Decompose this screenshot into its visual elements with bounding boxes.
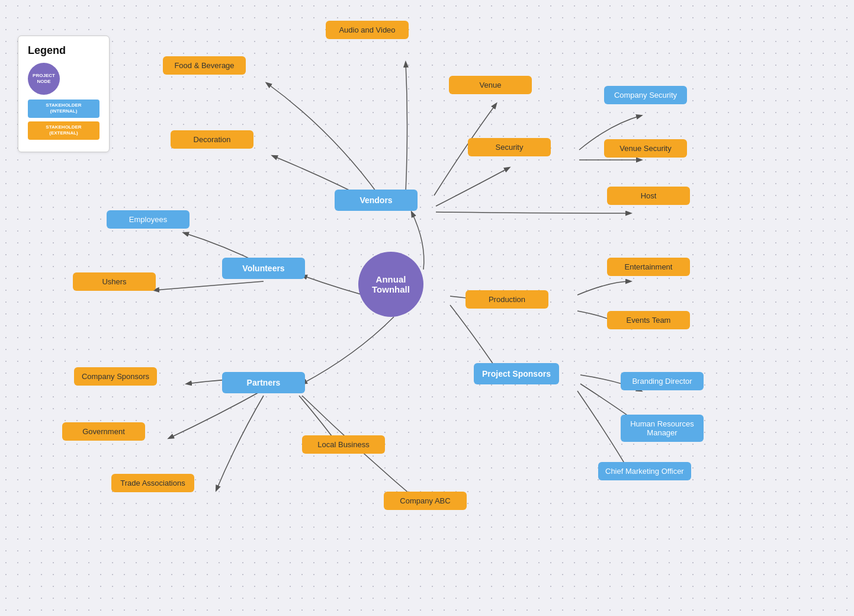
node-production[interactable]: Production [465, 290, 548, 309]
node-volunteers[interactable]: Volunteers [222, 258, 305, 279]
legend: Legend PROJECT NODE STAKEHOLDER (INTERNA… [18, 36, 110, 152]
node-local_business[interactable]: Local Business [302, 435, 385, 454]
node-label-events_team: Events Team [627, 316, 671, 325]
connections-svg [0, 0, 854, 616]
node-label-hr_manager: Human Resources Manager [630, 419, 694, 437]
node-entertainment[interactable]: Entertainment [607, 258, 690, 276]
node-label-audio_video: Audio and Video [339, 25, 395, 34]
node-label-host: Host [641, 191, 657, 200]
legend-title: Legend [28, 44, 99, 57]
node-venue[interactable]: Venue [449, 76, 532, 94]
node-label-center: Annual Townhall [372, 274, 410, 294]
node-trade_associations[interactable]: Trade Associations [111, 474, 194, 492]
legend-center-node: PROJECT NODE [28, 63, 60, 95]
node-branding_director[interactable]: Branding Director [621, 372, 704, 390]
node-label-trade_associations: Trade Associations [120, 479, 185, 487]
node-security[interactable]: Security [468, 138, 551, 156]
node-center[interactable]: Annual Townhall [358, 252, 423, 317]
node-project_sponsors[interactable]: Project Sponsors [474, 363, 559, 384]
node-host[interactable]: Host [607, 187, 690, 205]
node-cmo[interactable]: Chief Marketing Officer [598, 462, 691, 480]
node-employees[interactable]: Employees [107, 210, 190, 229]
node-label-volunteers: Volunteers [242, 264, 284, 273]
legend-external-box: STAKEHOLDER (EXTERNAL) [28, 121, 99, 140]
node-audio_video[interactable]: Audio and Video [326, 21, 409, 39]
node-partners[interactable]: Partners [222, 372, 305, 393]
node-label-entertainment: Entertainment [625, 262, 673, 271]
node-label-branding_director: Branding Director [632, 377, 692, 386]
node-label-company_abc: Company ABC [400, 496, 450, 505]
node-label-government: Government [82, 427, 125, 436]
node-label-security: Security [496, 143, 524, 152]
legend-internal-box: STAKEHOLDER (INTERNAL) [28, 100, 99, 118]
node-label-decoration: Decoration [194, 135, 231, 144]
node-label-local_business: Local Business [317, 440, 369, 449]
node-decoration[interactable]: Decoration [171, 130, 253, 149]
node-label-company_sponsors: Company Sponsors [82, 372, 149, 381]
node-label-food_beverage: Food & Beverage [174, 61, 234, 70]
node-government[interactable]: Government [62, 422, 145, 441]
node-hr_manager[interactable]: Human Resources Manager [621, 415, 704, 442]
node-label-partners: Partners [247, 378, 281, 387]
node-vendors[interactable]: Vendors [335, 190, 418, 211]
legend-center-label: PROJECT NODE [28, 73, 60, 84]
node-label-project_sponsors: Project Sponsors [482, 369, 551, 378]
node-company_sponsors[interactable]: Company Sponsors [74, 367, 157, 386]
node-label-vendors: Vendors [359, 195, 392, 205]
node-label-company_security: Company Security [614, 91, 677, 100]
node-company_security[interactable]: Company Security [604, 86, 687, 104]
node-company_abc[interactable]: Company ABC [384, 492, 467, 510]
node-ushers[interactable]: Ushers [73, 272, 156, 291]
node-label-cmo: Chief Marketing Officer [605, 467, 684, 476]
node-label-venue_security: Venue Security [619, 144, 671, 153]
node-label-employees: Employees [129, 215, 167, 224]
node-food_beverage[interactable]: Food & Beverage [163, 56, 246, 75]
node-label-ushers: Ushers [102, 277, 126, 286]
node-label-venue: Venue [480, 81, 502, 89]
node-events_team[interactable]: Events Team [607, 311, 690, 329]
node-label-production: Production [489, 295, 525, 304]
node-venue_security[interactable]: Venue Security [604, 139, 687, 158]
